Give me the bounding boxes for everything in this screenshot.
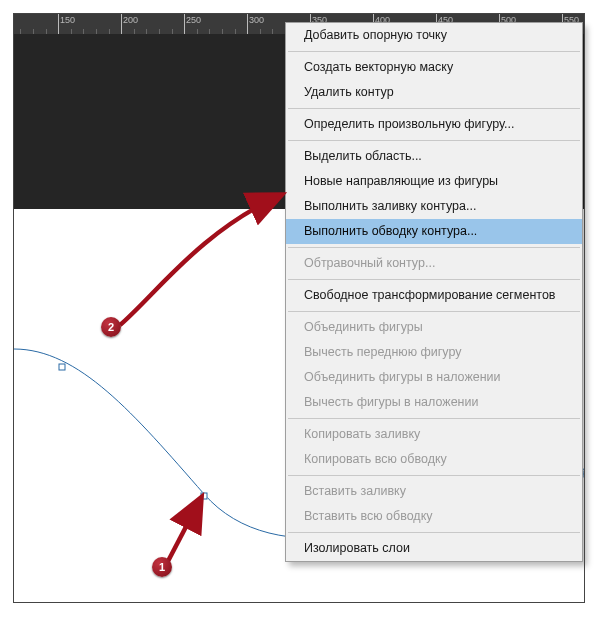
menu-item-new_guides_from_shape[interactable]: Новые направляющие из фигуры xyxy=(286,169,582,194)
menu-item-isolate_layers[interactable]: Изолировать слои xyxy=(286,536,582,561)
menu-item-paste_all_stroke: Вставить всю обводку xyxy=(286,504,582,529)
menu-item-copy_all_stroke: Копировать всю обводку xyxy=(286,447,582,472)
ruler-label: 250 xyxy=(186,15,201,25)
ruler-label: 200 xyxy=(123,15,138,25)
path-context-menu[interactable]: Добавить опорную точкуСоздать векторную … xyxy=(285,22,583,562)
menu-separator xyxy=(288,532,580,533)
menu-item-stroke_path[interactable]: Выполнить обводку контура... xyxy=(286,219,582,244)
menu-item-add_anchor[interactable]: Добавить опорную точку xyxy=(286,23,582,48)
menu-item-define_custom_shape[interactable]: Определить произвольную фигуру... xyxy=(286,112,582,137)
menu-separator xyxy=(288,279,580,280)
menu-separator xyxy=(288,311,580,312)
menu-item-unite_at_overlap: Объединить фигуры в наложении xyxy=(286,365,582,390)
menu-separator xyxy=(288,475,580,476)
ruler-label: 300 xyxy=(249,15,264,25)
callout-badge-1: 1 xyxy=(152,557,172,577)
menu-item-delete_path[interactable]: Удалить контур xyxy=(286,80,582,105)
menu-item-free_transform_points[interactable]: Свободное трансформирование сегментов xyxy=(286,283,582,308)
menu-separator xyxy=(288,51,580,52)
path-anchor[interactable] xyxy=(59,364,66,371)
menu-separator xyxy=(288,140,580,141)
menu-item-paste_fill: Вставить заливку xyxy=(286,479,582,504)
callout-badge-2: 2 xyxy=(101,317,121,337)
menu-item-subtract_front_shape: Вычесть переднюю фигуру xyxy=(286,340,582,365)
menu-item-clipping_path: Обтравочный контур... xyxy=(286,251,582,276)
menu-separator xyxy=(288,418,580,419)
path-anchor[interactable] xyxy=(201,493,208,500)
menu-item-copy_fill: Копировать заливку xyxy=(286,422,582,447)
menu-separator xyxy=(288,108,580,109)
menu-separator xyxy=(288,247,580,248)
menu-item-subtract_at_overlap: Вычесть фигуры в наложении xyxy=(286,390,582,415)
ruler-label: 150 xyxy=(60,15,75,25)
menu-item-make_selection[interactable]: Выделить область... xyxy=(286,144,582,169)
menu-item-fill_path[interactable]: Выполнить заливку контура... xyxy=(286,194,582,219)
menu-item-create_vector_mask[interactable]: Создать векторную маску xyxy=(286,55,582,80)
menu-item-unite_shapes: Объединить фигуры xyxy=(286,315,582,340)
